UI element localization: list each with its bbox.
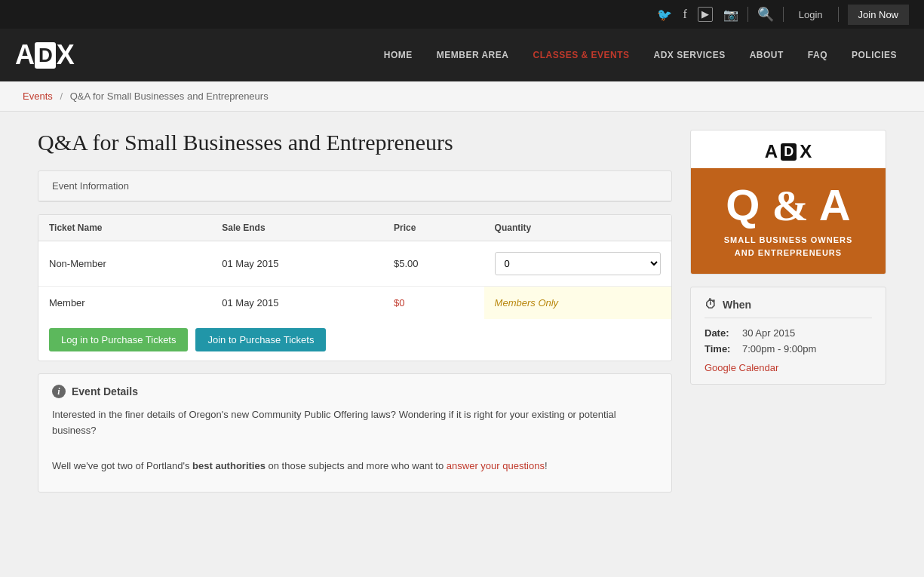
when-time-row: Time: 7:00pm - 9:00pm: [705, 343, 872, 354]
instagram-icon[interactable]: 📷: [723, 8, 738, 22]
event-info-tab[interactable]: Event Information: [38, 171, 671, 201]
when-box: ⏱ When Date: 30 Apr 2015 Time: 7:00pm - …: [690, 287, 886, 385]
top-bar: 🐦 f ▶ 📷 🔍 Login Join Now: [0, 0, 924, 29]
youtube-icon[interactable]: ▶: [698, 7, 713, 22]
clock-icon: ⏱: [705, 298, 717, 312]
nav-adx-services[interactable]: ADX SERVICES: [642, 50, 738, 60]
table-row: Member 01 May 2015 $0 Members Only: [38, 287, 671, 320]
when-header: ⏱ When: [705, 298, 872, 318]
facebook-icon[interactable]: f: [683, 8, 686, 21]
social-icons: 🐦 f ▶ 📷: [657, 7, 738, 22]
event-details-p2: Well we've got two of Portland's best au…: [52, 459, 658, 474]
ticket-sale-ends-member: 01 May 2015: [211, 287, 383, 320]
ticket-price-member: $0: [383, 287, 484, 320]
divider2: [783, 7, 784, 22]
nav-bar: A D X HOME MEMBER AREA CLASSES & EVENTS …: [0, 29, 924, 81]
ticket-name-nonmember: Non-Member: [38, 241, 211, 287]
sidebar-subtitle: SMALL BUSINESS OWNERSAND ENTREPRENEURS: [703, 234, 873, 259]
answer-questions-link[interactable]: answer your questions: [447, 460, 545, 471]
nav-about[interactable]: ABOUT: [738, 50, 796, 60]
date-label: Date:: [705, 327, 742, 339]
ticket-table-wrapper: Ticket Name Sale Ends Price Quantity Non…: [38, 214, 672, 361]
event-details-p1: Interested in the finer details of Orego…: [52, 407, 658, 439]
breadcrumb-bar: Events / Q&A for Small Businesses and En…: [0, 81, 924, 112]
sidebar-image-box: A D X Q & A SMALL BUSINESS OWNERSAND ENT…: [690, 130, 886, 275]
nav-classes-events[interactable]: CLASSES & EVENTS: [520, 50, 641, 60]
when-date-row: Date: 30 Apr 2015: [705, 327, 872, 339]
breadcrumb-events-link[interactable]: Events: [23, 91, 53, 102]
sidebar-orange-promo: Q & A SMALL BUSINESS OWNERSAND ENTREPREN…: [691, 168, 886, 274]
sidebar-logo: A D X: [691, 130, 886, 168]
ticket-sale-ends-nonmember: 01 May 2015: [211, 241, 383, 287]
login-purchase-button[interactable]: Log in to Purchase Tickets: [49, 328, 188, 351]
time-label: Time:: [705, 343, 742, 354]
content-left: Q&A for Small Businesses and Entrepreneu…: [38, 130, 672, 505]
breadcrumb-current: Q&A for Small Businesses and Entrepreneu…: [70, 91, 269, 102]
event-details-title: Event Details: [72, 385, 138, 397]
ticket-name-member: Member: [38, 287, 211, 320]
ticket-price-nonmember: $5.00: [383, 241, 484, 287]
site-logo[interactable]: A D X: [15, 39, 74, 71]
info-icon: i: [52, 385, 66, 398]
search-icon[interactable]: 🔍: [757, 6, 774, 23]
twitter-icon[interactable]: 🐦: [657, 8, 672, 22]
col-sale-ends: Sale Ends: [211, 215, 383, 241]
google-calendar-link[interactable]: Google Calendar: [705, 362, 872, 373]
join-purchase-button[interactable]: Join to Purchase Tickets: [195, 328, 326, 351]
event-info-tab-container: Event Information: [38, 170, 672, 202]
col-quantity: Quantity: [484, 215, 671, 241]
event-details-header: i Event Details: [52, 385, 658, 398]
divider: [747, 7, 748, 22]
col-price: Price: [383, 215, 484, 241]
join-now-button[interactable]: Join Now: [848, 5, 909, 25]
table-row: Non-Member 01 May 2015 $5.00 0 1 2 3 4 5: [38, 241, 671, 287]
col-ticket-name: Ticket Name: [38, 215, 211, 241]
nav-member-area[interactable]: MEMBER AREA: [425, 50, 521, 60]
nav-policies[interactable]: POLICIES: [840, 50, 909, 60]
content-right: A D X Q & A SMALL BUSINESS OWNERSAND ENT…: [690, 130, 886, 505]
nav-home[interactable]: HOME: [372, 50, 425, 60]
ticket-table: Ticket Name Sale Ends Price Quantity Non…: [38, 215, 671, 319]
main-nav: HOME MEMBER AREA CLASSES & EVENTS ADX SE…: [372, 50, 909, 60]
main-content: Q&A for Small Businesses and Entrepreneu…: [15, 112, 909, 523]
logo-bracket: D: [35, 42, 56, 69]
date-value: 30 Apr 2015: [742, 327, 795, 339]
page-title: Q&A for Small Businesses and Entrepreneu…: [38, 130, 672, 155]
members-only-badge: Members Only: [484, 287, 671, 320]
event-details-box: i Event Details Interested in the finer …: [38, 373, 672, 493]
sidebar-qa-text: Q & A: [703, 183, 873, 228]
sidebar-logo-bracket: D: [781, 143, 797, 161]
ticket-qty-nonmember: 0 1 2 3 4 5: [484, 241, 671, 287]
quantity-select-nonmember[interactable]: 0 1 2 3 4 5: [495, 252, 661, 275]
time-value: 7:00pm - 9:00pm: [742, 343, 816, 354]
nav-faq[interactable]: FAQ: [796, 50, 840, 60]
login-button[interactable]: Login: [793, 9, 829, 20]
divider3: [838, 7, 839, 22]
breadcrumb: Events / Q&A for Small Businesses and En…: [23, 91, 901, 102]
breadcrumb-separator: /: [60, 91, 63, 102]
purchase-buttons: Log in to Purchase Tickets Join to Purch…: [38, 319, 671, 361]
when-title: When: [723, 299, 751, 311]
